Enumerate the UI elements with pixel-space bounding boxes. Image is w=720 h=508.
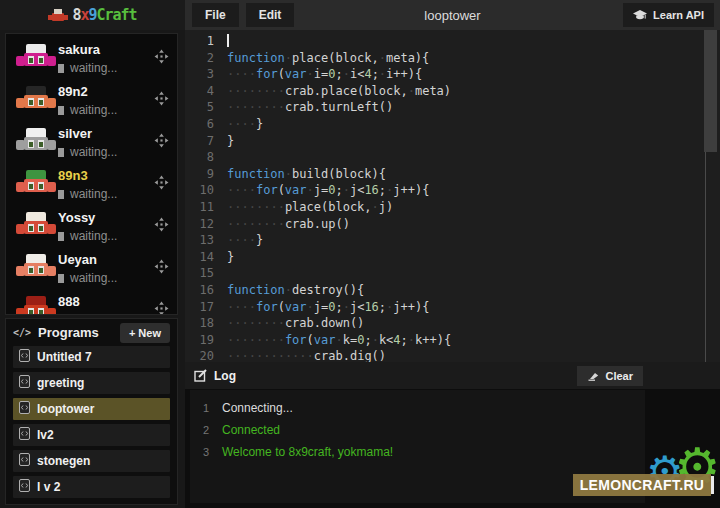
crab-avatar-icon <box>16 85 56 115</box>
program-item[interactable]: l v 2 <box>13 476 170 498</box>
program-label: stonegen <box>37 454 90 468</box>
program-item[interactable]: Untitled 7 <box>13 346 170 368</box>
player-row[interactable]: Ueyan waiting... <box>6 248 177 290</box>
file-code-icon <box>19 401 30 417</box>
player-status: waiting... <box>70 313 117 315</box>
line-number: 3 <box>185 66 227 83</box>
app-logo: 8x9Craft <box>0 0 185 30</box>
program-item[interactable]: lv2 <box>13 424 170 446</box>
code-lines: 1 2function·place(block,·meta){ 3····for… <box>185 33 720 362</box>
line-number: 20 <box>185 348 227 362</box>
programs-header-label: Programs <box>38 325 99 340</box>
player-status: waiting... <box>70 271 117 285</box>
code-line: 5········crab.turnLeft() <box>185 99 720 116</box>
player-name: Yossy <box>58 210 95 225</box>
code-line: 7} <box>185 133 720 150</box>
code-line: 2function·place(block,·meta){ <box>185 50 720 67</box>
code-line: 6····} <box>185 116 720 133</box>
log-entry-text: Connecting... <box>222 401 293 415</box>
log-entry-number: 2 <box>190 424 222 436</box>
crab-icon <box>48 8 68 22</box>
programs-panel: </> Programs + New Untitled 7 greeting l… <box>5 318 178 505</box>
file-menu-button[interactable]: File <box>192 3 239 27</box>
player-row[interactable]: Yossy waiting... <box>6 206 177 248</box>
program-label: greeting <box>37 376 84 390</box>
text-cursor <box>227 34 229 47</box>
watermark-cursor-bar <box>711 476 714 494</box>
player-row[interactable]: 888 waiting... <box>6 290 177 315</box>
player-row[interactable]: silver waiting... <box>6 122 177 164</box>
watermark-banner: LEMONCRAFT.RU <box>573 474 711 496</box>
code-line: 3····for(var·i=0;·i<4;·i++){ <box>185 66 720 83</box>
program-list: Untitled 7 greeting looptower lv2 stoneg… <box>6 346 177 498</box>
line-number: 6 <box>185 116 227 133</box>
program-label: l v 2 <box>37 480 60 494</box>
programs-header: </> Programs + New <box>6 319 177 346</box>
crab-avatar-icon <box>16 169 56 199</box>
learn-api-label: Learn API <box>653 9 704 21</box>
crab-avatar-icon <box>16 211 56 241</box>
line-number: 2 <box>185 50 227 67</box>
player-row[interactable]: 89n2 waiting... <box>6 80 177 122</box>
player-name: 888 <box>58 294 80 309</box>
program-item[interactable]: stonegen <box>13 450 170 472</box>
file-code-icon <box>19 479 30 495</box>
log-entry-text: Welcome to 8x9craft, yokmama! <box>222 445 393 459</box>
move-icon[interactable] <box>154 217 169 232</box>
edit-menu-button[interactable]: Edit <box>246 3 295 27</box>
code-editor[interactable]: 1 2function·place(block,·meta){ 3····for… <box>185 30 720 362</box>
code-line: 20············crab.dig() <box>185 348 720 362</box>
player-name: 89n2 <box>58 84 88 99</box>
line-number: 7 <box>185 133 227 150</box>
player-row[interactable]: 89n3 waiting... <box>6 164 177 206</box>
move-icon[interactable] <box>154 301 169 315</box>
file-code-icon <box>19 375 30 391</box>
learn-api-button[interactable]: Learn API <box>623 3 714 27</box>
program-label: looptower <box>37 402 94 416</box>
log-entry-text: Connected <box>222 423 280 437</box>
app-logo-text: 8x9Craft <box>72 6 136 24</box>
player-status: waiting... <box>70 229 117 243</box>
code-line: 10····for(var·j=0;·j<16;·j++){ <box>185 182 720 199</box>
line-number: 8 <box>185 149 227 166</box>
program-label: Untitled 7 <box>37 350 92 364</box>
player-name: sakura <box>58 42 100 57</box>
log-entry: 3 Welcome to 8x9craft, yokmama! <box>190 441 645 463</box>
player-status: waiting... <box>70 187 117 201</box>
move-icon[interactable] <box>154 133 169 148</box>
line-number: 11 <box>185 199 227 216</box>
player-name: silver <box>58 126 92 141</box>
file-code-icon <box>19 453 30 469</box>
log-entry-number: 3 <box>190 446 222 458</box>
program-item[interactable]: looptower <box>13 398 170 420</box>
code-line: 19········for(var·k=0;·k<4;·k++){ <box>185 332 720 349</box>
program-item[interactable]: greeting <box>13 372 170 394</box>
code-line: 8 <box>185 149 720 166</box>
crab-avatar-icon <box>16 127 56 157</box>
move-icon[interactable] <box>154 259 169 274</box>
player-row[interactable]: sakura waiting... <box>6 38 177 80</box>
graduation-cap-icon <box>633 10 647 21</box>
pause-icon <box>58 274 64 283</box>
eraser-icon <box>587 371 599 381</box>
line-number: 5 <box>185 99 227 116</box>
log-entry: 2 Connected <box>190 419 645 441</box>
new-program-button[interactable]: + New <box>120 323 170 343</box>
move-icon[interactable] <box>154 91 169 106</box>
code-line: 18········crab.down() <box>185 315 720 332</box>
player-status: waiting... <box>70 145 117 159</box>
code-line: 4········crab.place(block,·meta) <box>185 83 720 100</box>
log-entry: 1 Connecting... <box>190 397 645 419</box>
code-line: 9function·build(block){ <box>185 166 720 183</box>
move-icon[interactable] <box>154 175 169 190</box>
menu-bar: File Edit looptower Learn API <box>185 0 720 30</box>
clear-log-button[interactable]: Clear <box>577 366 643 386</box>
editor-scrollbar-thumb[interactable] <box>704 30 717 152</box>
move-icon[interactable] <box>154 49 169 64</box>
line-number: 16 <box>185 282 227 299</box>
code-line: 1 <box>185 33 720 50</box>
watermark-text: LEMONCRAFT.RU <box>580 477 704 493</box>
player-name: Ueyan <box>58 252 97 267</box>
code-line: 17····for(var·j=0;·j<16;·j++){ <box>185 299 720 316</box>
log-title: Log <box>214 369 236 383</box>
